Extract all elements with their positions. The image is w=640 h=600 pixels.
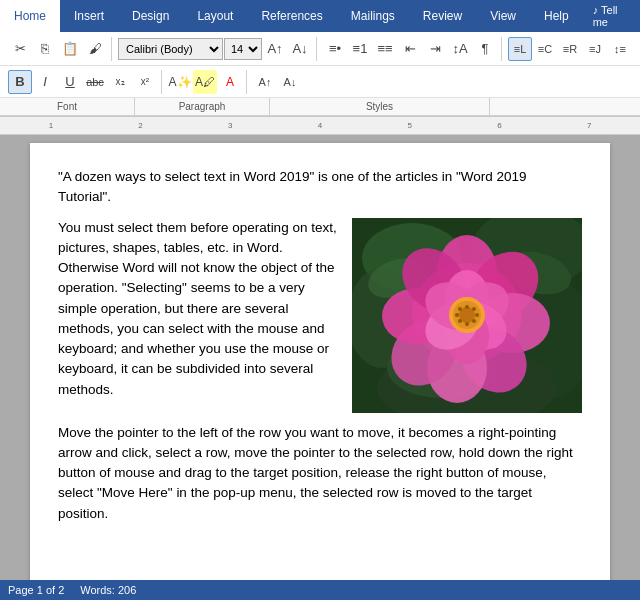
paragraph-3: Move the pointer to the left of the row … xyxy=(58,423,582,524)
paragraph-group-label: Paragraph xyxy=(135,98,270,115)
tab-home[interactable]: Home xyxy=(0,0,60,32)
format-group: B I U abc x₂ x² xyxy=(4,70,162,94)
decrease-indent-button[interactable]: ⇤ xyxy=(398,37,422,61)
paste-button[interactable]: 📋 xyxy=(58,37,82,61)
align-right-button[interactable]: ≡R xyxy=(558,37,582,61)
copy-button[interactable]: ⎘ xyxy=(33,37,57,61)
tell-me-label: ♪ Tell me xyxy=(593,4,630,28)
subscript-button[interactable]: x₂ xyxy=(108,70,132,94)
svg-point-27 xyxy=(458,307,462,311)
document-page: "A dozen ways to select text in Word 201… xyxy=(30,143,610,583)
tab-insert[interactable]: Insert xyxy=(60,0,118,32)
word-count: Words: 206 xyxy=(80,584,136,596)
italic-button[interactable]: I xyxy=(33,70,57,94)
paragraph-2-text: You must select them before operating on… xyxy=(58,218,338,413)
numbering-button[interactable]: ≡1 xyxy=(348,37,372,61)
superscript-button[interactable]: x² xyxy=(133,70,157,94)
ruler-marks: 1 2 3 4 5 6 7 xyxy=(6,121,634,130)
align-group: ≡L ≡C ≡R ≡J ↕≡ ░ ⊡ xyxy=(504,37,640,61)
tell-me[interactable]: ♪ Tell me xyxy=(583,0,640,32)
color-group: A✨ A🖊 A xyxy=(164,70,247,94)
svg-point-31 xyxy=(472,319,476,323)
cut-button[interactable]: ✂ xyxy=(8,37,32,61)
bold-button[interactable]: B xyxy=(8,70,32,94)
clipboard-group: ✂ ⎘ 📋 🖌 xyxy=(4,37,112,61)
font-group-label: Font xyxy=(0,98,135,115)
svg-point-32 xyxy=(465,322,469,326)
highlight-button[interactable]: A🖊 xyxy=(193,70,217,94)
ribbon: ✂ ⎘ 📋 🖌 Calibri (Body) 14 A↑ A↓ ≡• ≡1 ≡≡… xyxy=(0,32,640,117)
tab-review[interactable]: Review xyxy=(409,0,476,32)
svg-point-30 xyxy=(475,313,479,317)
tab-references[interactable]: References xyxy=(247,0,336,32)
svg-point-29 xyxy=(472,307,476,311)
group-labels: Font Paragraph Styles xyxy=(0,98,640,116)
grow-font-button[interactable]: A↑ xyxy=(253,70,277,94)
tab-help[interactable]: Help xyxy=(530,0,583,32)
font-size-group: A↑ A↓ xyxy=(249,70,306,94)
ruler: 1 2 3 4 5 6 7 xyxy=(0,117,640,135)
show-formatting-button[interactable]: ¶ xyxy=(473,37,497,61)
svg-point-28 xyxy=(465,305,469,309)
font-color-button[interactable]: A xyxy=(218,70,242,94)
tab-view[interactable]: View xyxy=(476,0,530,32)
align-left-button[interactable]: ≡L xyxy=(508,37,532,61)
svg-point-34 xyxy=(455,313,459,317)
styles-group-label: Styles xyxy=(270,98,490,115)
font-family-select[interactable]: Calibri (Body) xyxy=(118,38,223,60)
paragraph-1: "A dozen ways to select text in Word 201… xyxy=(58,167,582,208)
format-painter-button[interactable]: 🖌 xyxy=(83,37,107,61)
lists-group: ≡• ≡1 ≡≡ ⇤ ⇥ ↕A ¶ xyxy=(319,37,502,61)
align-center-button[interactable]: ≡C xyxy=(533,37,557,61)
toolbar-row2: B I U abc x₂ x² A✨ A🖊 A A↑ A↓ xyxy=(0,66,640,98)
toolbar-row1: ✂ ⎘ 📋 🖌 Calibri (Body) 14 A↑ A↓ ≡• ≡1 ≡≡… xyxy=(0,32,640,66)
increase-font-button[interactable]: A↑ xyxy=(263,37,287,61)
text-effect-button[interactable]: A✨ xyxy=(168,70,192,94)
status-bar: Page 1 of 2 Words: 206 xyxy=(0,580,640,600)
multilevel-button[interactable]: ≡≡ xyxy=(373,37,397,61)
flower-image-container xyxy=(352,218,582,413)
underline-button[interactable]: U xyxy=(58,70,82,94)
shading-button[interactable]: ░ xyxy=(633,37,640,61)
tab-layout[interactable]: Layout xyxy=(183,0,247,32)
svg-point-33 xyxy=(458,319,462,323)
paragraph-2-with-image: You must select them before operating on… xyxy=(58,218,582,413)
document-area[interactable]: "A dozen ways to select text in Word 201… xyxy=(0,135,640,600)
sort-button[interactable]: ↕A xyxy=(448,37,472,61)
line-spacing-button[interactable]: ↕≡ xyxy=(608,37,632,61)
font-size-select[interactable]: 14 xyxy=(224,38,262,60)
page-info: Page 1 of 2 xyxy=(8,584,64,596)
tab-design[interactable]: Design xyxy=(118,0,183,32)
menu-bar: Home Insert Design Layout References Mai… xyxy=(0,0,640,32)
flower-image xyxy=(352,218,582,413)
justify-button[interactable]: ≡J xyxy=(583,37,607,61)
strikethrough-button[interactable]: abc xyxy=(83,70,107,94)
bullets-button[interactable]: ≡• xyxy=(323,37,347,61)
font-group-top: Calibri (Body) 14 A↑ A↓ xyxy=(114,37,317,61)
shrink-font-button[interactable]: A↓ xyxy=(278,70,302,94)
tab-mailings[interactable]: Mailings xyxy=(337,0,409,32)
increase-indent-button[interactable]: ⇥ xyxy=(423,37,447,61)
decrease-font-button[interactable]: A↓ xyxy=(288,37,312,61)
